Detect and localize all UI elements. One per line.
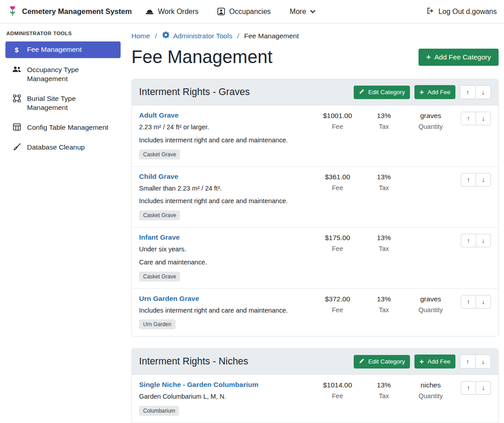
nav-occupancies[interactable]: Occupancies xyxy=(217,8,271,16)
fee-category-card-graves: Interment Rights - Graves Edit Category … xyxy=(131,79,499,337)
category-title: Interment Rights - Graves xyxy=(139,86,349,98)
category-title: Interment Rights - Niches xyxy=(139,356,349,367)
fee-tag-badge: Casket Grave xyxy=(139,210,180,220)
fee-tag-badge: Casket Grave xyxy=(139,272,180,282)
move-category-up-button[interactable]: ↑ xyxy=(460,85,476,99)
sidebar-item-label: Burial Site Type Management xyxy=(27,94,113,112)
arrow-up-icon: ↑ xyxy=(466,358,469,365)
arrow-down-icon: ↓ xyxy=(482,384,485,391)
sidebar-item-label: Occupancy Type Management xyxy=(27,65,113,83)
arrow-down-icon: ↓ xyxy=(482,358,485,365)
fee-description: Includes interment right and care and ma… xyxy=(139,306,309,316)
dollar-icon: $ xyxy=(12,45,22,55)
fee-description: 2.23 m² / 24 ft² or larger. xyxy=(139,123,309,132)
move-fee-up-button[interactable]: ↑ xyxy=(461,173,476,186)
top-navbar: Cemetery Management System Work Orders O… xyxy=(0,0,504,23)
breadcrumb-separator: / xyxy=(155,32,157,40)
fee-name-link[interactable]: Adult Grave xyxy=(139,111,179,119)
sidebar-item-label: Fee Management xyxy=(27,45,82,54)
sidebar-item-fee-management[interactable]: $ Fee Management xyxy=(5,41,121,58)
arrow-up-icon: ↑ xyxy=(467,237,470,244)
fee-tax: 13% Tax xyxy=(362,173,405,191)
main-content: Home / Administrator Tools / Fee Managem… xyxy=(126,23,504,423)
move-category-up-button[interactable]: ↑ xyxy=(460,355,476,368)
sidebar: ADMINISTRATOR TOOLS $ Fee Management Occ… xyxy=(0,23,126,164)
breadcrumb: Home / Administrator Tools / Fee Managem… xyxy=(131,30,499,41)
move-fee-down-button[interactable]: ↓ xyxy=(476,234,491,247)
sidebar-item-burial-site-type-management[interactable]: Burial Site Type Management xyxy=(5,91,121,116)
breadcrumb-current: Fee Management xyxy=(244,32,299,40)
arrow-down-icon: ↓ xyxy=(482,89,485,96)
fee-quantity: graves Quantity xyxy=(405,295,456,314)
category-header: Interment Rights - Niches Edit Category … xyxy=(132,349,498,375)
edit-category-label: Edit Category xyxy=(368,89,405,96)
fee-name-link[interactable]: Infant Grave xyxy=(139,233,180,241)
move-fee-down-button[interactable]: ↓ xyxy=(476,295,491,309)
add-fee-button[interactable]: + Add Fee xyxy=(414,85,455,99)
add-fee-label: Add Fee xyxy=(428,358,450,365)
fee-quantity xyxy=(405,173,456,176)
breadcrumb-home-link[interactable]: Home xyxy=(131,32,150,40)
arrow-down-icon: ↓ xyxy=(482,237,485,244)
fee-description: Under six years. xyxy=(139,245,309,255)
sidebar-item-database-cleanup[interactable]: Database Cleanup xyxy=(5,139,121,155)
fee-tax: 13% Tax xyxy=(362,381,405,400)
page-title: Fee Management xyxy=(131,47,273,67)
arrow-up-icon: ↑ xyxy=(467,176,470,183)
move-category-down-button[interactable]: ↓ xyxy=(475,355,491,368)
fee-row: Infant Grave Under six years. Care and m… xyxy=(132,227,498,288)
hard-hat-icon xyxy=(145,8,154,15)
fee-description: Includes interment right and care and ma… xyxy=(139,136,309,146)
app-title: Cemetery Management System xyxy=(22,7,132,16)
plus-icon: + xyxy=(426,53,431,61)
add-fee-label: Add Fee xyxy=(428,89,450,96)
category-header: Interment Rights - Graves Edit Category … xyxy=(132,79,498,105)
fee-name-link[interactable]: Single Niche - Garden Columbarium xyxy=(139,381,258,389)
breadcrumb-admin-tools-link[interactable]: Administrator Tools xyxy=(162,31,233,41)
fee-name-link[interactable]: Urn Garden Grave xyxy=(139,295,199,303)
fee-row: Urn Garden Grave Includes interment righ… xyxy=(132,288,498,337)
arrow-down-icon: ↓ xyxy=(482,176,485,183)
chevron-down-icon xyxy=(310,10,315,14)
fee-reorder-group: ↑ ↓ xyxy=(456,381,491,395)
app-brand[interactable]: Cemetery Management System xyxy=(7,5,132,18)
move-fee-down-button[interactable]: ↓ xyxy=(476,381,491,395)
sidebar-item-occupancy-type-management[interactable]: Occupancy Type Management xyxy=(5,62,121,87)
nav-work-orders[interactable]: Work Orders xyxy=(145,8,198,16)
edit-category-label: Edit Category xyxy=(368,358,405,365)
sidebar-item-config-table-management[interactable]: Config Table Management xyxy=(5,119,121,136)
edit-category-button[interactable]: Edit Category xyxy=(354,86,410,99)
fee-name-link[interactable]: Child Grave xyxy=(139,173,178,181)
add-fee-button[interactable]: + Add Fee xyxy=(414,355,455,368)
move-fee-up-button[interactable]: ↑ xyxy=(461,234,476,247)
fee-amount: $361.00 Fee xyxy=(313,173,362,191)
logout-button[interactable]: Log Out d.gowans xyxy=(426,7,497,16)
add-fee-category-button[interactable]: + Add Fee Category xyxy=(418,49,499,66)
move-fee-up-button[interactable]: ↑ xyxy=(461,112,476,125)
pencil-icon xyxy=(359,358,364,365)
fee-tax: 13% Tax xyxy=(362,233,405,252)
logout-label: Log Out d.gowans xyxy=(438,8,497,16)
move-fee-up-button[interactable]: ↑ xyxy=(461,381,476,395)
fee-amount: $1014.00 Fee xyxy=(313,381,362,400)
move-fee-down-button[interactable]: ↓ xyxy=(476,112,491,125)
move-fee-up-button[interactable]: ↑ xyxy=(461,295,476,309)
sidebar-header: ADMINISTRATOR TOOLS xyxy=(6,31,120,36)
nav-more[interactable]: More xyxy=(290,8,315,16)
arrow-down-icon: ↓ xyxy=(482,115,485,122)
table-icon xyxy=(12,123,22,131)
move-fee-down-button[interactable]: ↓ xyxy=(476,173,491,186)
logout-icon xyxy=(426,7,434,16)
gear-icon xyxy=(162,31,170,41)
pencil-icon xyxy=(359,89,364,96)
fee-tag-badge: Urn Garden xyxy=(139,319,176,329)
category-reorder-group: ↑ ↓ xyxy=(460,355,491,368)
fee-amount: $175.00 Fee xyxy=(313,233,362,252)
edit-category-button[interactable]: Edit Category xyxy=(354,355,410,368)
move-category-down-button[interactable]: ↓ xyxy=(475,85,491,99)
arrow-up-icon: ↑ xyxy=(467,298,470,305)
tulip-logo-icon xyxy=(7,5,18,18)
plus-icon: + xyxy=(419,358,424,365)
arrow-up-icon: ↑ xyxy=(467,115,470,122)
fee-tax: 13% Tax xyxy=(362,111,405,130)
